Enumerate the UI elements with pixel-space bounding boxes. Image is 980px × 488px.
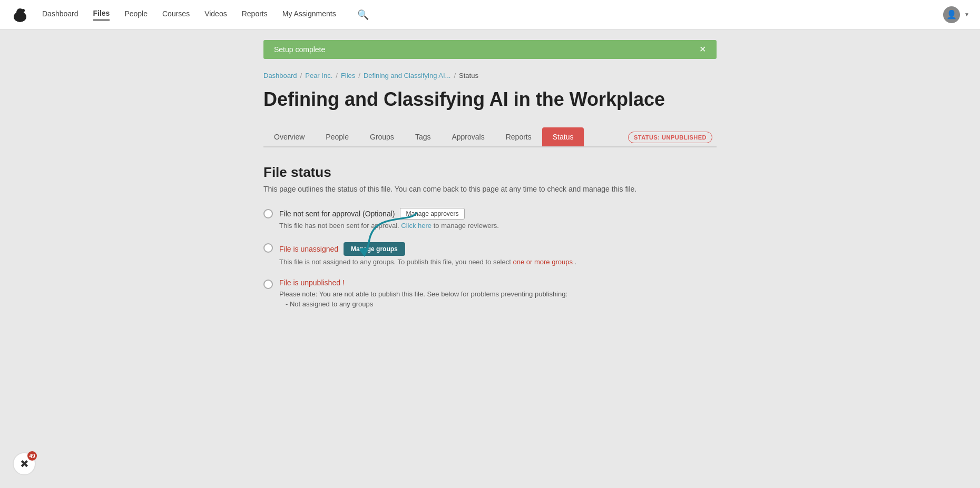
breadcrumb-sep-3: / <box>358 72 360 79</box>
nav-courses[interactable]: Courses <box>162 9 190 20</box>
status-item-unassigned-header: File is unassigned Manage groups <box>279 242 717 256</box>
unpublished-note-text: Please note: You are not able to publish… <box>279 290 567 298</box>
notification-icon: ✖ <box>20 457 29 470</box>
close-banner-button[interactable]: ✕ <box>699 45 706 54</box>
nav-files[interactable]: Files <box>93 9 110 21</box>
breadcrumb: Dashboard / Pear Inc. / Files / Defining… <box>263 72 717 79</box>
status-item-unassigned-content: File is unassigned Manage groups This fi… <box>279 242 717 266</box>
approval-sub-suffix: to manage reviewers. <box>434 222 499 230</box>
main-nav: Dashboard Files People Courses Videos Re… <box>0 0 980 29</box>
main-content: Setup complete ✕ Dashboard / Pear Inc. /… <box>253 40 727 329</box>
breadcrumb-sep-1: / <box>300 72 302 79</box>
radio-unpublished <box>263 280 273 289</box>
arrow-annotation <box>342 211 427 258</box>
setup-banner: Setup complete ✕ <box>263 40 717 59</box>
breadcrumb-files[interactable]: Files <box>341 72 355 79</box>
notification-badge[interactable]: ✖ 49 <box>13 452 36 475</box>
file-status-description: This page outlines the status of this fi… <box>263 185 717 193</box>
file-status-section: File status This page outlines the statu… <box>263 164 717 308</box>
file-status-title: File status <box>263 164 717 181</box>
notification-badge-container: ✖ 49 <box>13 452 36 475</box>
tabs-left: Overview People Groups Tags Approvals Re… <box>263 127 584 146</box>
status-items: File not sent for approval (Optional) Ma… <box>263 208 717 308</box>
tab-tags[interactable]: Tags <box>405 127 442 146</box>
unassigned-label: File is unassigned <box>279 245 338 253</box>
breadcrumb-file-name[interactable]: Defining and Classifying AI... <box>364 72 450 79</box>
tab-overview[interactable]: Overview <box>263 127 315 146</box>
notification-count: 49 <box>27 451 37 461</box>
unassigned-sub-text: This file is not assigned to any groups.… <box>279 258 513 266</box>
nav-right: 👤 ▼ <box>943 6 969 23</box>
unpublished-label: File is unpublished ! <box>279 278 345 287</box>
setup-banner-text: Setup complete <box>274 45 325 54</box>
logo[interactable] <box>11 5 30 24</box>
tab-approvals[interactable]: Approvals <box>441 127 495 146</box>
tab-people[interactable]: People <box>315 127 359 146</box>
breadcrumb-org[interactable]: Pear Inc. <box>305 72 332 79</box>
nav-links: Dashboard Files People Courses Videos Re… <box>42 9 943 21</box>
search-icon[interactable]: 🔍 <box>357 9 369 21</box>
tabs-right: STATUS: UNPUBLISHED <box>628 132 717 142</box>
radio-unassigned <box>263 243 273 253</box>
breadcrumb-current: Status <box>459 72 478 79</box>
unassigned-sub: This file is not assigned to any groups.… <box>279 258 717 266</box>
nav-dashboard[interactable]: Dashboard <box>42 9 79 20</box>
svg-marker-3 <box>358 247 369 257</box>
tab-reports[interactable]: Reports <box>495 127 542 146</box>
tab-status[interactable]: Status <box>542 127 584 146</box>
one-or-more-groups-link[interactable]: one or more groups <box>513 258 572 266</box>
chevron-down-icon[interactable]: ▼ <box>964 12 969 17</box>
tab-groups[interactable]: Groups <box>359 127 405 146</box>
status-item-unassigned: File is unassigned Manage groups This fi… <box>263 242 717 266</box>
unpublished-note: Please note: You are not able to publish… <box>279 290 717 298</box>
breadcrumb-sep-4: / <box>454 72 456 79</box>
status-item-unpublished-content: File is unpublished ! Please note: You a… <box>279 278 717 308</box>
nav-videos[interactable]: Videos <box>204 9 227 20</box>
status-badge[interactable]: STATUS: UNPUBLISHED <box>628 132 712 143</box>
nav-reports[interactable]: Reports <box>242 9 268 20</box>
avatar[interactable]: 👤 <box>943 6 960 23</box>
status-item-unpublished-header: File is unpublished ! <box>279 278 717 287</box>
tabs-bar: Overview People Groups Tags Approvals Re… <box>263 127 717 147</box>
status-item-unpublished: File is unpublished ! Please note: You a… <box>263 278 717 308</box>
status-item-approval: File not sent for approval (Optional) Ma… <box>263 208 717 230</box>
nav-my-assignments[interactable]: My Assignments <box>282 9 336 20</box>
unpublished-dash-item: - Not assigned to any groups <box>279 300 717 308</box>
divider <box>263 147 717 147</box>
page-title: Defining and Classifying AI in the Workp… <box>263 88 717 111</box>
nav-people[interactable]: People <box>124 9 148 20</box>
unassigned-sub-suffix: . <box>575 258 577 266</box>
radio-approval <box>263 209 273 218</box>
breadcrumb-sep-2: / <box>336 72 338 79</box>
svg-point-2 <box>22 9 25 12</box>
breadcrumb-dashboard[interactable]: Dashboard <box>263 72 297 79</box>
